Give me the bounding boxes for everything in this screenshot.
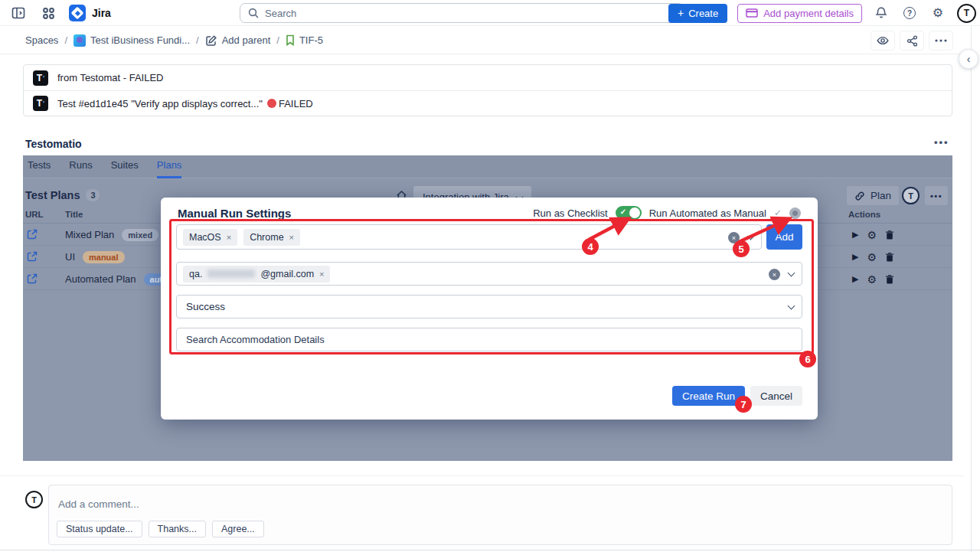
clear-field-icon[interactable]: ×: [728, 232, 740, 243]
global-search[interactable]: [240, 3, 684, 23]
modal-toggles: Run as Checklist ✓ Run Automated as Manu…: [533, 206, 801, 220]
add-environment-button[interactable]: Add: [766, 224, 802, 250]
collapse-sidebar-icon[interactable]: [9, 4, 28, 22]
space-icon: [74, 34, 86, 47]
external-link-icon[interactable]: [27, 251, 38, 262]
list-item[interactable]: T' from Testomat - FAILED: [24, 65, 952, 90]
remove-tag-icon[interactable]: ×: [319, 269, 324, 279]
quick-reply-thanks[interactable]: Thanks...: [149, 521, 206, 537]
external-link-icon[interactable]: [27, 229, 38, 240]
delete-trash-icon[interactable]: [885, 230, 894, 240]
testomat-logo-icon: T': [33, 96, 48, 111]
comment-user-avatar: T: [25, 491, 43, 508]
run-play-icon[interactable]: ▶: [852, 252, 858, 262]
breadcrumb-bar: Spaces / Test iBusiness Fundi... / Add p…: [0, 26, 964, 54]
help-icon[interactable]: ?: [900, 4, 919, 22]
breadcrumb: Spaces / Test iBusiness Fundi... / Add p…: [25, 26, 323, 54]
run-as-checklist-toggle[interactable]: ✓: [616, 206, 642, 220]
settings-gear-icon[interactable]: ⚙: [867, 230, 877, 240]
tab-tests[interactable]: Tests: [28, 155, 51, 178]
failed-status-dot: [267, 99, 276, 108]
plan-title[interactable]: UI: [65, 251, 75, 263]
testomat-logo-icon: T': [33, 70, 48, 86]
breadcrumb-add-parent[interactable]: Add parent: [205, 34, 271, 47]
testomat-circle-logo[interactable]: T: [902, 187, 920, 204]
search-icon: [248, 8, 259, 18]
jira-logo-icon: [69, 5, 86, 21]
check-icon: ✓: [774, 207, 782, 218]
run-play-icon[interactable]: ▶: [852, 274, 858, 284]
status-select[interactable]: Success: [176, 295, 802, 318]
comment-separator: [0, 475, 964, 476]
check-icon: ✓: [620, 207, 626, 216]
manual-run-settings-modal: Manual Run Settings Run as Checklist ✓ R…: [161, 198, 818, 420]
quick-reply-agree[interactable]: Agree...: [212, 521, 264, 537]
breadcrumb-project[interactable]: Test iBusiness Fundi...: [74, 34, 190, 47]
cancel-button[interactable]: Cancel: [750, 386, 802, 406]
topbar-right-group: + Create Add payment details ? ⚙ T: [668, 0, 976, 26]
breadcrumb-issue[interactable]: TIF-5: [286, 34, 323, 46]
credit-card-icon: [746, 8, 758, 18]
watch-eye-icon[interactable]: [871, 31, 895, 51]
plus-icon: +: [678, 7, 684, 19]
right-panel-divider: [971, 26, 972, 552]
window-bottom-edge: [0, 550, 980, 550]
run-play-icon[interactable]: ▶: [852, 230, 858, 240]
topbar-left-group: Jira: [9, 0, 111, 26]
run-automated-toggle[interactable]: [789, 207, 801, 219]
create-button[interactable]: + Create: [668, 4, 727, 23]
plan-title[interactable]: Mixed Plan: [65, 229, 114, 240]
delete-trash-icon[interactable]: [885, 274, 894, 284]
plan-title[interactable]: Automated Plan: [65, 273, 136, 285]
comment-input[interactable]: [58, 496, 939, 511]
page: Jira + Create Add payment details ? ⚙ T: [0, 0, 980, 552]
breadcrumb-spaces[interactable]: Spaces: [25, 34, 58, 46]
page-actions: [871, 31, 953, 51]
env-tag: MacOS×: [183, 229, 237, 246]
tab-plans[interactable]: Plans: [157, 155, 182, 178]
status-select-value: Success: [186, 296, 225, 318]
external-link-icon[interactable]: [27, 273, 38, 284]
edit-pencil-icon: [205, 34, 217, 47]
remove-tag-icon[interactable]: ×: [227, 233, 231, 242]
env-tag: Chrome×: [243, 229, 300, 246]
plan-type-badge: mixed: [122, 229, 158, 241]
app-switcher-icon[interactable]: [39, 4, 57, 22]
jira-home-link[interactable]: Jira: [69, 5, 111, 21]
run-title-field: [176, 328, 802, 351]
assignee-multiselect[interactable]: qa.@gmail.com× ×: [176, 262, 802, 286]
clear-field-icon[interactable]: ×: [769, 269, 780, 280]
list-item[interactable]: T' Test #ed1d1e45 "Verify app displays c…: [24, 90, 952, 116]
create-run-button[interactable]: Create Run: [672, 386, 745, 406]
settings-gear-icon[interactable]: ⚙: [867, 252, 877, 263]
activity-row1-text: from Testomat - FAILED: [57, 72, 163, 83]
remove-tag-icon[interactable]: ×: [289, 233, 294, 242]
run-as-checklist-label: Run as Checklist: [533, 207, 608, 219]
collapse-panel-chevron-icon[interactable]: ‹: [959, 49, 978, 69]
search-input[interactable]: [265, 8, 675, 19]
quick-replies: Status update... Thanks... Agree...: [57, 521, 264, 537]
more-actions-icon[interactable]: [929, 31, 953, 51]
share-icon[interactable]: [900, 31, 924, 51]
settings-gear-icon[interactable]: ⚙: [929, 4, 947, 22]
run-title-input[interactable]: [177, 328, 802, 351]
settings-gear-icon[interactable]: ⚙: [867, 274, 877, 285]
plan-count-badge: 3: [86, 189, 100, 201]
quick-reply-status-update[interactable]: Status update...: [57, 521, 142, 537]
plan-type-badge: manual: [83, 251, 125, 263]
tab-suites[interactable]: Suites: [111, 155, 139, 178]
modal-title: Manual Run Settings: [178, 207, 291, 220]
tab-runs[interactable]: Runs: [69, 155, 92, 178]
notifications-bell-icon[interactable]: [872, 4, 890, 22]
delete-trash-icon[interactable]: [885, 252, 894, 262]
plugin-more-icon[interactable]: •••: [925, 186, 948, 205]
environment-multiselect[interactable]: MacOS× Chrome× ×: [176, 224, 762, 250]
user-avatar[interactable]: T: [957, 4, 976, 23]
add-payment-details-button[interactable]: Add payment details: [737, 4, 862, 23]
link-icon: [854, 191, 865, 201]
plugin-tabs: Tests Runs Suites Plans: [23, 155, 952, 178]
testomatio-more-icon[interactable]: •••: [934, 136, 949, 148]
plan-button[interactable]: Plan: [847, 186, 899, 205]
comment-box: Status update... Thanks... Agree...: [48, 485, 952, 545]
section-title: Test Plans 3: [25, 189, 100, 201]
